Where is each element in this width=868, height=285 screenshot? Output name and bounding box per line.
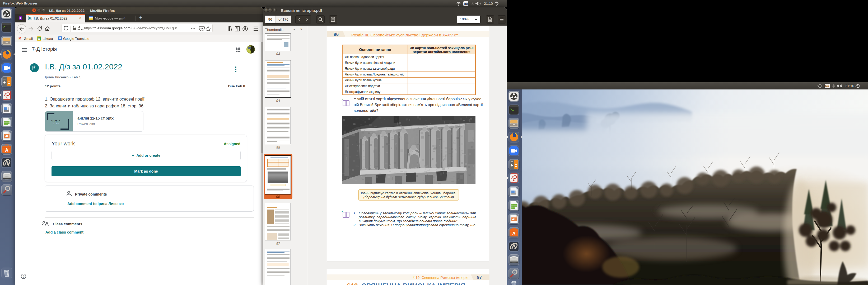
svg-text:A: A xyxy=(5,147,8,153)
svg-text:21:10: 21:10 xyxy=(484,2,493,5)
svg-text:>_: >_ xyxy=(510,108,514,111)
svg-text:Ru: Ru xyxy=(825,84,829,87)
svg-text:21:10: 21:10 xyxy=(845,84,854,88)
svg-text:A: A xyxy=(512,231,516,236)
svg-text:Ru: Ru xyxy=(464,2,468,5)
svg-text:>_: >_ xyxy=(3,25,7,29)
